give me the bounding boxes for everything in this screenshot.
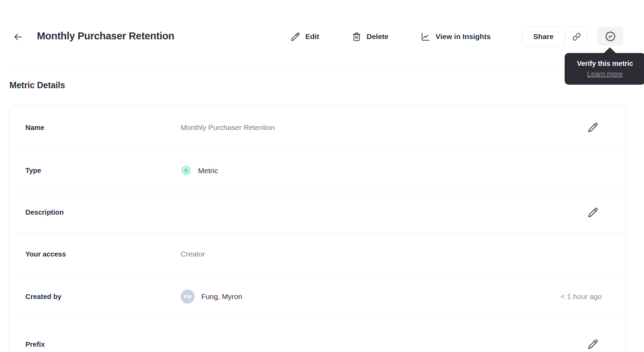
delete-label: Delete [367,32,388,41]
metric-details-card: Name Monthly Purchaser Retention Type [9,106,626,352]
row-value: Creator [181,250,205,258]
link-icon [572,32,581,41]
metric-details-page: Monthly Purchaser Retention Edit Delete … [0,0,644,352]
edit-prefix-button[interactable] [586,337,600,351]
edit-name-button[interactable] [586,121,600,135]
row-value: Monthly Purchaser Retention [181,123,275,132]
edit-button[interactable]: Edit [290,31,319,43]
metric-hexagon-icon [181,165,191,176]
row-label: Your access [25,250,66,258]
page-title: Monthly Purchaser Retention [37,30,174,42]
row-label: Description [25,208,64,216]
detail-row-prefix: Prefix [9,318,626,352]
copy-link-button[interactable] [566,26,587,47]
created-time: < 1 hour ago [560,292,602,301]
pencil-icon [587,122,599,133]
section-title: Metric Details [9,80,65,90]
row-label: Name [25,123,44,131]
detail-row-description: Description [9,192,626,233]
pencil-icon [290,32,300,42]
page-header: Monthly Purchaser Retention Edit Delete … [0,0,644,64]
verified-badge-icon [605,31,616,42]
arrow-left-icon [13,32,23,42]
detail-row-your-access: Your access Creator [9,233,626,275]
verify-metric-button[interactable] [597,27,623,46]
share-button[interactable]: Share [522,26,565,47]
line-chart-icon [421,32,431,42]
row-label: Type [25,167,41,175]
tooltip-arrow [604,47,616,53]
row-label: Created by [25,293,61,301]
back-button[interactable] [12,31,24,43]
learn-more-link[interactable]: Learn more [587,69,623,79]
edit-description-button[interactable] [586,205,600,219]
trash-icon [352,32,362,42]
pencil-icon [587,207,599,218]
detail-row-created-by: Created by FM Fung, Myron < 1 hour ago [9,275,626,318]
edit-label: Edit [305,32,319,41]
tooltip-title: Verify this metric [577,59,633,69]
delete-button[interactable]: Delete [352,31,388,43]
detail-row-name: Name Monthly Purchaser Retention [9,106,626,149]
row-value: Fung, Myron [201,292,242,301]
view-in-insights-label: View in Insights [435,32,490,41]
detail-row-type: Type Metric [9,149,626,192]
pencil-icon [587,338,599,350]
row-value: Metric [198,166,218,175]
view-in-insights-button[interactable]: View in Insights [421,31,490,43]
row-label: Prefix [25,340,45,348]
verify-tooltip: Verify this metric Learn more [565,53,644,85]
avatar: FM [181,290,195,304]
header-divider [9,64,644,64]
